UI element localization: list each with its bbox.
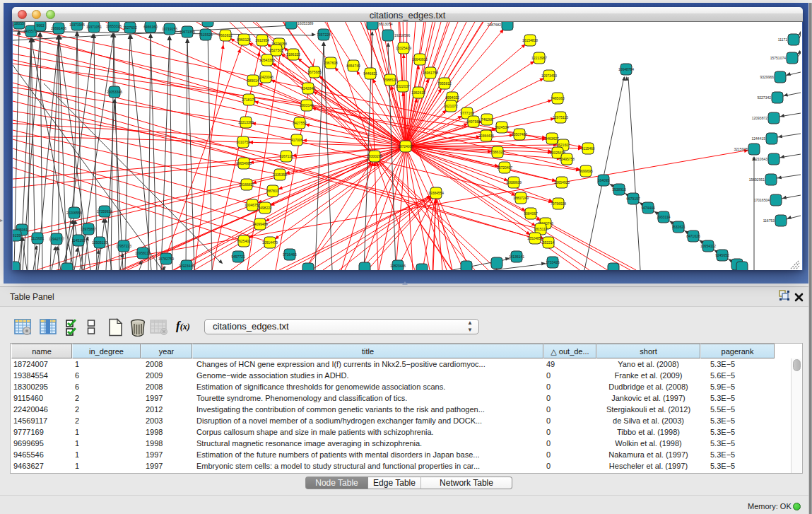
svg-text:8454749: 8454749 [346, 64, 360, 68]
svg-text:3215938: 3215938 [734, 147, 748, 151]
svg-text:39159: 39159 [13, 233, 20, 238]
svg-text:19654985: 19654985 [236, 161, 252, 165]
svg-text:1244415: 1244415 [752, 136, 766, 141]
svg-text:13654923: 13654923 [554, 180, 570, 185]
svg-text:8427552: 8427552 [293, 121, 307, 125]
svg-text:16782759: 16782759 [158, 257, 174, 261]
svg-text:12213369: 12213369 [238, 120, 254, 124]
svg-text:746266: 746266 [481, 117, 493, 122]
svg-text:9474444: 9474444 [641, 206, 655, 210]
svg-text:12505135: 12505135 [92, 240, 107, 245]
svg-text:887833: 887833 [267, 189, 279, 193]
svg-text:1145193: 1145193 [71, 238, 85, 243]
svg-text:3267110: 3267110 [279, 154, 293, 158]
svg-text:62160: 62160 [558, 143, 568, 147]
svg-text:6466160: 6466160 [143, 25, 158, 29]
svg-text:164095: 164095 [598, 178, 610, 182]
svg-text:7632621: 7632621 [671, 225, 686, 229]
svg-text:19218596: 19218596 [394, 33, 410, 37]
svg-text:14136141: 14136141 [509, 255, 524, 259]
svg-text:8813054: 8813054 [379, 22, 393, 26]
svg-text:16648784: 16648784 [618, 67, 634, 71]
svg-text:1335359: 1335359 [273, 173, 287, 177]
svg-text:5186323: 5186323 [286, 52, 300, 57]
svg-text:20364436: 20364436 [478, 134, 494, 138]
svg-text:9463627: 9463627 [545, 136, 559, 141]
svg-text:9457721: 9457721 [231, 255, 245, 259]
svg-text:3912954: 3912954 [255, 38, 269, 42]
svg-text:16053389: 16053389 [298, 22, 313, 25]
svg-text:12823446: 12823446 [390, 264, 406, 268]
svg-text:10653326: 10653326 [106, 24, 122, 28]
svg-text:9084067: 9084067 [524, 211, 538, 216]
svg-text:10671355: 10671355 [180, 30, 195, 34]
svg-text:3675685: 3675685 [307, 70, 322, 74]
svg-text:1362615: 1362615 [411, 90, 425, 95]
svg-text:5938913: 5938913 [612, 187, 626, 192]
svg-text:16640910: 16640910 [412, 57, 428, 62]
svg-text:3498222: 3498222 [258, 206, 272, 210]
svg-text:3624534: 3624534 [495, 125, 509, 129]
svg-text:10719155: 10719155 [162, 27, 177, 31]
svg-text:10654112: 10654112 [700, 244, 716, 248]
svg-text:9446821: 9446821 [363, 71, 377, 76]
svg-text:10543382: 10543382 [259, 58, 275, 62]
svg-text:8960124: 8960124 [237, 37, 251, 42]
svg-text:18055: 18055 [14, 22, 24, 25]
svg-text:12975115: 12975115 [553, 115, 568, 119]
svg-text:1115681: 1115681 [31, 236, 45, 240]
svg-text:6497568: 6497568 [466, 119, 481, 124]
svg-text:19384554: 19384554 [428, 191, 444, 195]
svg-text:20691406: 20691406 [51, 26, 66, 30]
svg-text:7663822: 7663822 [218, 33, 233, 37]
svg-text:19166827: 19166827 [239, 182, 254, 187]
svg-text:13524851: 13524851 [527, 236, 543, 240]
svg-text:22420046: 22420046 [258, 75, 273, 79]
svg-text:11171: 11171 [778, 37, 787, 42]
svg-text:8471626: 8471626 [686, 234, 700, 238]
svg-text:10914479: 10914479 [262, 240, 278, 245]
svg-text:17016504: 17016504 [754, 198, 770, 202]
svg-text:12213967: 12213967 [531, 56, 547, 60]
svg-text:17957223: 17957223 [116, 244, 131, 248]
svg-text:12942737: 12942737 [49, 237, 64, 241]
svg-text:9242848: 9242848 [301, 86, 315, 90]
svg-text:9663: 9663 [36, 23, 44, 28]
svg-text:15692951: 15692951 [749, 177, 765, 182]
svg-text:16961758: 16961758 [423, 71, 438, 75]
svg-text:2933114: 2933114 [657, 215, 670, 219]
svg-text:1621072: 1621072 [444, 104, 458, 108]
svg-text:417006: 417006 [291, 138, 303, 142]
svg-text:20206556: 20206556 [66, 211, 82, 215]
svg-text:1815112: 1815112 [534, 227, 547, 231]
svg-text:12093872: 12093872 [752, 116, 767, 120]
svg-text:10958117: 10958117 [135, 251, 151, 255]
svg-text:6679197: 6679197 [626, 197, 640, 201]
svg-text:7357224: 7357224 [317, 33, 331, 37]
svg-text:2718176: 2718176 [242, 98, 256, 102]
svg-text:7955812: 7955812 [437, 81, 452, 86]
svg-text:19371051: 19371051 [86, 25, 102, 29]
svg-text:10688609: 10688609 [506, 180, 522, 185]
svg-text:9699695: 9699695 [579, 169, 593, 173]
svg-text:6994022: 6994022 [445, 95, 459, 100]
svg-text:1010753: 1010753 [236, 140, 250, 144]
svg-text:1588520: 1588520 [383, 78, 397, 82]
svg-text:10371945: 10371945 [69, 23, 85, 27]
svg-text:16210643: 16210643 [752, 157, 767, 161]
svg-text:13975887: 13975887 [81, 227, 96, 231]
svg-text:10507487: 10507487 [512, 132, 527, 136]
svg-text:9329966: 9329966 [760, 75, 775, 79]
svg-text:989014: 989014 [247, 78, 259, 83]
svg-text:14099489: 14099489 [252, 222, 268, 226]
svg-text:8322037: 8322037 [396, 84, 410, 88]
svg-text:7485063: 7485063 [551, 96, 565, 100]
svg-text:1733426: 1733426 [546, 260, 560, 264]
svg-text:5716465: 5716465 [283, 252, 297, 257]
svg-text:9527503: 9527503 [269, 48, 283, 52]
svg-text:10973493: 10973493 [541, 74, 557, 78]
svg-text:18300295: 18300295 [367, 154, 382, 158]
svg-text:20053346: 20053346 [107, 90, 122, 94]
svg-text:18724007: 18724007 [398, 144, 413, 148]
svg-text:7386322: 7386322 [490, 150, 505, 154]
